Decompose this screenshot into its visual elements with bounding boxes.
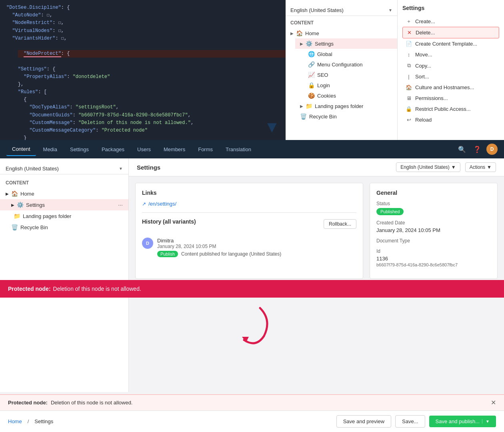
settings-link[interactable]: ↗ /en/settings/ (142, 201, 356, 207)
menu-create-template[interactable]: 📄 Create Content Template... (402, 38, 499, 49)
code-line: "PropertyAlias": "donotdelete" (6, 73, 279, 81)
content-panel: Settings English (United States) ▼ Actio… (129, 158, 504, 392)
sidebar-lang-selector[interactable]: English (United States) ▼ (0, 163, 128, 174)
landing-caret: ▶ (300, 104, 303, 108)
notif-message: Deletion of this node is not allowed. (51, 400, 133, 406)
content-lang-label: English (United States) (400, 164, 450, 170)
history-header: History (all variants) Rollback... (142, 218, 356, 230)
sidebar-dots-icon[interactable]: ··· (118, 202, 123, 208)
nav-users-label: Users (137, 146, 151, 152)
settings-icon: ⚙️ (306, 40, 312, 47)
nav-translation[interactable]: Translation (220, 143, 257, 156)
menu-restrict-label: Restrict Public Access... (415, 106, 471, 112)
rollback-button[interactable]: Rollback... (324, 219, 356, 229)
top-tree-login[interactable]: 🔒 Login (303, 80, 397, 90)
breadcrumb-separator: / (28, 418, 29, 424)
sidebar-item-settings[interactable]: ▶ ⚙️ Settings ··· (0, 199, 128, 210)
created-date-value: January 28, 2024 10:05 PM (376, 227, 491, 233)
code-line: } (6, 134, 279, 140)
menu-copy[interactable]: ⧉ Copy... (402, 60, 499, 71)
recycle-tree-icon: 🗑️ (11, 224, 18, 230)
id-guid: b6607f79-875d-416a-8290-8c6e5807fbc7 (376, 262, 491, 267)
menu-label: Menu Configuration (317, 62, 362, 68)
breadcrumb-home[interactable]: Home (8, 418, 22, 424)
landing-label: Landing pages folder (315, 103, 363, 109)
id-label: Id (376, 248, 491, 254)
sidebar-item-home[interactable]: ▶ 🏠 Home (0, 188, 128, 199)
history-action-row: Publish Content published for language (… (157, 251, 356, 257)
save-preview-button[interactable]: Save and preview (336, 415, 391, 428)
nav-forms[interactable]: Forms (192, 143, 218, 156)
content-lang-selector[interactable]: English (United States) ▼ (396, 162, 460, 172)
annotation-arrow (224, 304, 272, 344)
menu-reload[interactable]: ↩ Reload (402, 114, 499, 125)
created-date-label: Created Date (376, 220, 491, 226)
top-content-label: Content (286, 16, 397, 28)
sidebar-item-recycle[interactable]: 🗑️ Recycle Bin (0, 222, 128, 233)
home-caret: ▶ (290, 31, 294, 36)
history-action-text: Content published for language (United S… (181, 251, 281, 257)
top-tree-panel: English (United States) ▼ Content ▶ 🏠 Ho… (286, 0, 398, 140)
menu-delete[interactable]: ✕ Delete... (402, 27, 499, 38)
landing-tree-icon: 📁 (14, 213, 20, 219)
history-avatar: D (142, 238, 153, 249)
top-tree-menu[interactable]: 🔗 Menu Configuration (303, 59, 397, 70)
nav-packages[interactable]: Packages (96, 143, 130, 156)
login-label: Login (317, 82, 330, 88)
top-tree-recycle[interactable]: 🗑️ Recycle Bin (295, 111, 397, 122)
left-content-panel: Links ↗ /en/settings/ History (all varia… (135, 183, 363, 279)
home-icon: 🏠 (296, 30, 303, 36)
top-tree-seo[interactable]: 📈 SEO (303, 70, 397, 80)
actions-button[interactable]: Actions ▼ (465, 162, 496, 172)
top-lang-label: English (United States) (290, 7, 344, 13)
code-line: "VariantsHider": ☐, (6, 35, 279, 42)
menu-permissions[interactable]: 🖥 Permissions... (402, 93, 499, 104)
menu-sort-label: Sort... (415, 74, 429, 80)
reload-icon: ↩ (406, 117, 412, 123)
right-general-panel: General Status Published Created Date Ja… (370, 183, 498, 279)
sidebar-home-label: Home (20, 191, 34, 197)
top-context-panel: English (United States) ▼ Content ▶ 🏠 Ho… (286, 0, 504, 140)
menu-icon: 🔗 (308, 61, 315, 68)
arrow-down-indicator: ▼ (264, 118, 280, 136)
panels-row: Links ↗ /en/settings/ History (all varia… (129, 176, 504, 285)
code-line: "VirtualNodes": ☐, (6, 27, 279, 35)
menu-move[interactable]: ↕ Move... (402, 49, 499, 60)
code-line: "AutoNode": ☐, (6, 12, 279, 19)
code-line: "NodeProtect": { (6, 42, 279, 66)
nav-media[interactable]: Media (38, 143, 63, 156)
notif-close-button[interactable]: ✕ (491, 399, 496, 406)
menu-create[interactable]: + Create... (402, 16, 499, 27)
search-button[interactable]: 🔍 (456, 143, 468, 155)
code-line: "Settings": { (6, 66, 279, 73)
nav-members[interactable]: Members (158, 143, 191, 156)
menu-template-label: Create Content Template... (415, 41, 477, 47)
menu-sort[interactable]: | Sort... (402, 71, 499, 82)
top-tree-settings[interactable]: ▶ ⚙️ Settings (295, 38, 397, 49)
content-lang-arrow-icon: ▼ (451, 164, 456, 170)
user-avatar[interactable]: D (486, 144, 498, 155)
code-line: "NodeRestrict": ☐, (6, 19, 279, 27)
help-button[interactable]: ❓ (471, 143, 483, 155)
top-lang-selector[interactable]: English (United States) ▼ (286, 5, 397, 16)
save-publish-button[interactable]: Save and publish... ▼ (429, 416, 496, 427)
content-header: Settings English (United States) ▼ Actio… (129, 158, 504, 176)
status-label: Status (376, 201, 491, 206)
top-tree-landing[interactable]: ▶ 📁 Landing pages folder (295, 101, 397, 111)
sidebar-landing-label: Landing pages folder (23, 213, 71, 219)
nav-content[interactable]: Content (6, 143, 36, 156)
save-button[interactable]: Save... (395, 415, 425, 428)
sidebar-item-landing[interactable]: 📁 Landing pages folder (0, 210, 128, 222)
breadcrumb-current: Settings (34, 418, 53, 424)
bottom-notification: Protected node: Deletion of this node is… (0, 394, 504, 410)
code-line: "DocTypeAlias": "settingsRoot", (6, 104, 279, 111)
nav-users[interactable]: Users (132, 143, 156, 156)
content-title: Settings (137, 164, 160, 171)
top-tree-global[interactable]: 🌐 Global (303, 49, 397, 59)
top-tree-home[interactable]: ▶ 🏠 Home (286, 28, 397, 38)
nav-settings[interactable]: Settings (64, 143, 94, 156)
top-tree-cookies[interactable]: 🍪 Cookies (303, 90, 397, 101)
seo-icon: 📈 (308, 72, 315, 78)
menu-culture[interactable]: 🏠 Culture and Hostnames... (402, 82, 499, 93)
menu-restrict[interactable]: 🔒 Restrict Public Access... (402, 104, 499, 114)
